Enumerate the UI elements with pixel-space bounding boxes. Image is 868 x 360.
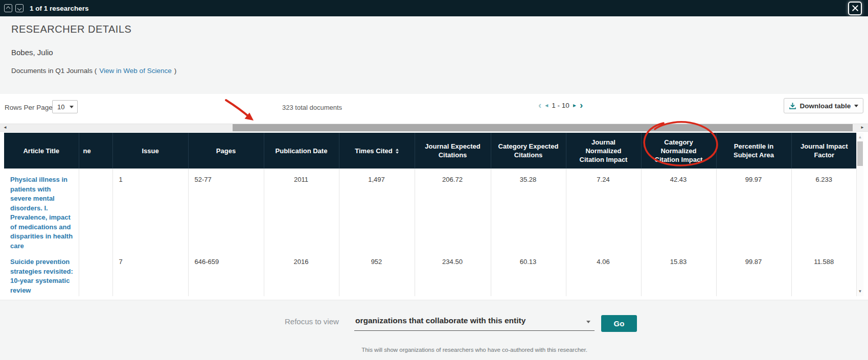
cell-value: 6.233 [815, 176, 832, 183]
column-header-journal-normalized-citation-impact: Journal Normalized Citation Impact [566, 133, 641, 169]
cell-journal-normalized-citation-impact: 7.24 [566, 169, 641, 251]
column-header-label: Issue [142, 147, 158, 155]
refocus-label: Refocus to view [285, 317, 339, 326]
scroll-down-icon[interactable]: ▼ [857, 289, 863, 294]
page-range-label: 1 - 10 [552, 102, 569, 109]
view-in-web-of-science-link[interactable]: View in Web of Science [99, 67, 171, 75]
top-bar: 1 of 1 researchers [0, 0, 868, 16]
cell-value: 7.24 [597, 176, 609, 183]
scroll-up-icon[interactable]: ▲ [857, 135, 863, 139]
horizontal-scrollbar-thumb[interactable] [233, 124, 853, 131]
cell-pages: 646-659 [188, 251, 264, 296]
red-arrow-annotation [226, 100, 251, 118]
cell-journal-impact-factor: 11.588 [791, 251, 857, 296]
cell-value: 99.87 [745, 258, 762, 266]
column-header-label: Journal Normalized Citation Impact [580, 138, 628, 163]
horizontal-scrollbar[interactable]: ◄ ► [0, 124, 868, 132]
cell-percentile-in-subject-area: 99.87 [716, 251, 791, 296]
column-header-label: Article Title [23, 147, 59, 155]
column-header-label: Journal Impact Factor [801, 142, 848, 159]
cell-value: 1 [119, 176, 123, 183]
researcher-name: Bobes, Julio [11, 48, 53, 57]
refocus-select[interactable]: organizations that collaborate with this… [354, 314, 595, 331]
cell-value: 60.13 [520, 258, 537, 266]
cell-pages: 52-77 [188, 169, 264, 251]
article-title-link[interactable]: Suicide prevention strategies revisited:… [10, 258, 73, 294]
column-header-category-expected-citations: Category Expected Citations [491, 133, 566, 169]
red-arrowhead-annotation [245, 113, 254, 121]
cell-volume-clipped [79, 169, 112, 251]
cell-journal-expected-citations: 206.72 [415, 169, 491, 251]
caret-down-icon [70, 106, 74, 108]
download-table-label: Download table [800, 102, 851, 110]
column-header-label: Pages [216, 147, 236, 155]
refocus-footer: Refocus to view organizations that colla… [0, 300, 868, 360]
column-header-label: Times Cited [355, 147, 392, 155]
cell-value: 52-77 [195, 176, 212, 183]
first-page-button[interactable]: ‹ [538, 101, 541, 110]
cell-journal-expected-citations: 234.50 [415, 251, 491, 296]
cell-value: 15.83 [670, 258, 687, 266]
cell-publication-date: 2016 [264, 251, 339, 296]
column-header-label: Publication Date [276, 147, 328, 155]
column-header-label: Category Expected Citations [498, 142, 559, 159]
cell-value: 99.97 [745, 176, 762, 183]
cell-value: 646-659 [195, 258, 219, 266]
close-button[interactable] [848, 2, 862, 15]
column-header-article-title: Article Title [4, 133, 79, 169]
go-button[interactable]: Go [601, 315, 637, 332]
refocus-selected-value: organizations that collaborate with this… [355, 316, 526, 325]
vertical-scrollbar[interactable]: ▲ ▼ [856, 133, 863, 296]
cell-value: 35.28 [520, 176, 537, 183]
next-researcher-button[interactable] [15, 4, 24, 12]
column-header-journal-expected-citations: Journal Expected Citations [415, 133, 491, 169]
cell-article-title: Suicide prevention strategies revisited:… [4, 251, 79, 296]
column-header-journal-impact-factor: Journal Impact Factor [791, 133, 857, 169]
documents-table: Article TitleneIssuePagesPublication Dat… [4, 133, 857, 296]
refocus-caption: This will show organizations of research… [354, 347, 595, 353]
vertical-scrollbar-thumb[interactable] [857, 141, 863, 166]
caret-down-icon [854, 105, 858, 107]
column-header-pages: Pages [188, 133, 264, 169]
rows-per-page-select[interactable]: 10 [52, 100, 78, 113]
column-header-label: Percentile in Subject Area [734, 142, 774, 159]
column-header-label: Category Normalized Citation Impact [655, 138, 703, 163]
next-page-button[interactable]: ▸ [573, 102, 576, 109]
article-title-link[interactable]: Physical illness in patients with severe… [10, 176, 73, 250]
column-header-publication-date: Publication Date [264, 133, 339, 169]
last-page-button[interactable]: › [580, 101, 583, 110]
download-table-button[interactable]: Download table [784, 98, 863, 113]
cell-value: 4.06 [597, 258, 609, 266]
researcher-counter: 1 of 1 researchers [30, 5, 89, 12]
cell-percentile-in-subject-area: 99.97 [716, 169, 791, 251]
cell-value: 952 [371, 258, 382, 266]
documents-label-prefix: Documents in Q1 Journals ( [11, 67, 97, 75]
column-header-percentile-in-subject-area: Percentile in Subject Area [716, 133, 791, 169]
cell-article-title: Physical illness in patients with severe… [4, 169, 79, 251]
cell-value: 1,497 [368, 176, 385, 183]
table-header-row: Article TitleneIssuePagesPublication Dat… [4, 133, 857, 169]
column-header-issue: Issue [112, 133, 188, 169]
cell-value: 7 [119, 258, 123, 266]
column-header-volume-clipped: ne [79, 133, 112, 169]
table-row: Suicide prevention strategies revisited:… [4, 251, 857, 296]
previous-page-button[interactable]: ◂ [545, 102, 548, 109]
rows-per-page-value: 10 [57, 103, 64, 111]
download-icon [789, 102, 796, 110]
documents-table-container: Article TitleneIssuePagesPublication Dat… [4, 133, 857, 296]
table-row: Physical illness in patients with severe… [4, 169, 857, 251]
chevron-down-icon [17, 6, 21, 10]
rows-per-page-label: Rows Per Page [5, 104, 53, 111]
scroll-right-icon[interactable]: ► [859, 124, 865, 131]
column-header-label: ne [83, 147, 91, 155]
cell-category-expected-citations: 60.13 [491, 251, 566, 296]
cell-value: 42.43 [670, 176, 687, 183]
cell-journal-impact-factor: 6.233 [791, 169, 857, 251]
column-header-label: Journal Expected Citations [425, 142, 480, 159]
previous-researcher-button[interactable] [4, 4, 12, 12]
scroll-left-icon[interactable]: ◄ [2, 124, 8, 131]
cell-issue: 7 [112, 251, 188, 296]
caret-down-icon [586, 321, 590, 323]
column-header-times-cited[interactable]: Times Cited [339, 133, 415, 169]
chevron-up-icon [6, 6, 10, 10]
